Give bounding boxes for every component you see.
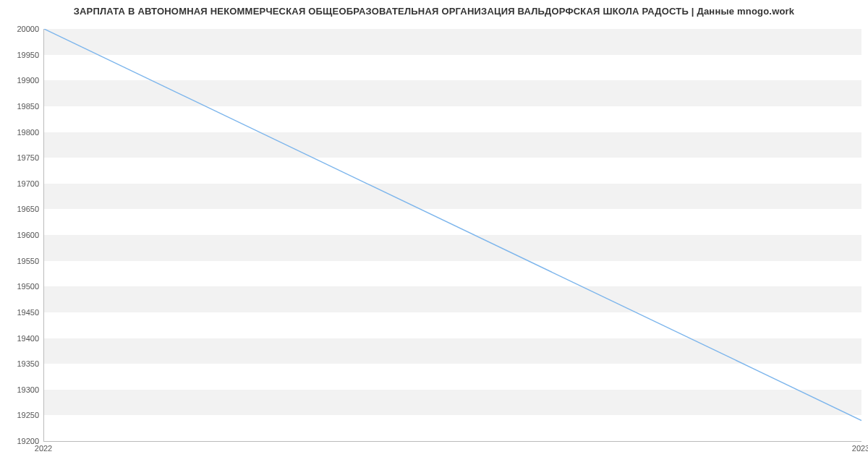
series-line-layer	[44, 29, 861, 441]
y-tick-label: 19400	[1, 334, 39, 343]
y-tick-label: 19550	[1, 257, 39, 265]
y-tick-label: 19900	[1, 76, 39, 85]
x-tick-label: 2022	[35, 444, 52, 453]
y-tick-label: 19950	[1, 51, 39, 59]
y-tick-label: 19650	[1, 205, 39, 213]
y-tick-label: 19350	[1, 359, 39, 368]
chart-container: ЗАРПЛАТА В АВТОНОМНАЯ НЕКОММЕРЧЕСКАЯ ОБЩ…	[0, 0, 868, 470]
y-tick-label: 19800	[1, 128, 39, 137]
x-tick-label: 2023	[852, 444, 868, 453]
y-tick-label: 19450	[1, 308, 39, 317]
y-tick-label: 19700	[1, 179, 39, 188]
plot-area	[43, 29, 861, 442]
y-tick-label: 19200	[1, 437, 39, 445]
y-tick-label: 19300	[1, 385, 39, 394]
y-tick-label: 19750	[1, 153, 39, 162]
y-tick-label: 19850	[1, 102, 39, 111]
chart-title: ЗАРПЛАТА В АВТОНОМНАЯ НЕКОММЕРЧЕСКАЯ ОБЩ…	[0, 6, 868, 17]
y-tick-label: 19250	[1, 411, 39, 419]
y-tick-label: 19600	[1, 231, 39, 239]
series-line	[44, 29, 861, 421]
y-tick-label: 20000	[1, 25, 39, 33]
y-tick-label: 19500	[1, 282, 39, 291]
